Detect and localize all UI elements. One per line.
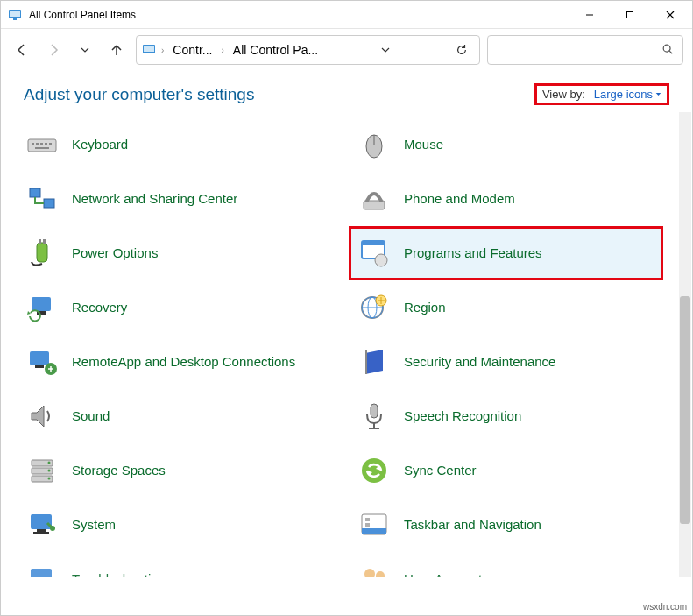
storage-icon (25, 453, 60, 488)
svg-rect-53 (37, 529, 46, 532)
item-programs[interactable]: Programs and Features (349, 226, 663, 280)
item-label: Region (404, 300, 446, 315)
item-security[interactable]: Security and Maintenance (349, 335, 663, 389)
item-label: Sync Center (404, 463, 477, 478)
svg-rect-15 (45, 143, 47, 145)
page-title: Adjust your computer's settings (24, 85, 534, 104)
keyboard-icon (25, 127, 60, 162)
item-keyboard[interactable]: Keyboard (17, 117, 331, 172)
items-grid: Keyboard Mouse Network and Sharing Cente… (1, 112, 679, 577)
svg-point-9 (663, 45, 670, 52)
item-phone[interactable]: Phone and Modem (349, 172, 663, 226)
close-button[interactable] (650, 2, 690, 28)
item-label: Recovery (72, 300, 127, 315)
refresh-button[interactable] (449, 38, 474, 62)
up-button[interactable] (104, 38, 129, 62)
search-icon (661, 43, 674, 58)
address-dropdown[interactable] (373, 38, 398, 62)
maximize-button[interactable] (610, 2, 650, 28)
titlebar: All Control Panel Items (1, 1, 692, 29)
svg-rect-4 (627, 11, 633, 18)
item-network[interactable]: Network and Sharing Center (17, 172, 331, 226)
breadcrumb-segment[interactable]: All Control Pa... (230, 41, 322, 59)
item-useraccounts[interactable]: User Accounts (349, 552, 663, 577)
item-label: Power Options (72, 245, 158, 261)
item-label: Programs and Features (404, 245, 542, 261)
taskbar-icon (357, 507, 392, 542)
item-label: Keyboard (72, 137, 128, 152)
item-storage[interactable]: Storage Spaces (17, 443, 331, 498)
svg-rect-16 (49, 143, 52, 145)
svg-rect-20 (30, 188, 40, 197)
mouse-icon (357, 127, 392, 162)
svg-point-28 (375, 254, 387, 266)
item-label: Sound (72, 408, 110, 424)
item-system[interactable]: System (17, 498, 331, 552)
speech-icon (357, 399, 392, 434)
item-mouse[interactable]: Mouse (349, 117, 663, 172)
troubleshoot-icon (25, 562, 60, 577)
svg-rect-13 (36, 143, 39, 145)
sound-icon (25, 399, 60, 434)
item-speech[interactable]: Speech Recognition (349, 389, 663, 443)
svg-point-50 (48, 478, 51, 480)
header: Adjust your computer's settings View by:… (1, 71, 692, 112)
minimize-button[interactable] (569, 2, 610, 28)
item-troubleshooting[interactable]: Troubleshooting (17, 552, 331, 577)
item-label: System (72, 517, 116, 533)
forward-button[interactable] (41, 38, 66, 62)
item-label: Troubleshooting (72, 571, 166, 577)
nav-row: › Contr... › All Control Pa... (1, 29, 692, 71)
content-area: Keyboard Mouse Network and Sharing Cente… (1, 112, 692, 577)
svg-rect-57 (362, 528, 386, 534)
svg-point-51 (362, 458, 386, 483)
item-label: Security and Maintenance (404, 354, 555, 370)
view-by-control[interactable]: View by: Large icons (534, 83, 669, 105)
network-icon (25, 181, 60, 216)
watermark: wsxdn.com (643, 602, 687, 612)
item-label: Mouse (404, 137, 443, 152)
svg-rect-29 (32, 297, 51, 311)
recovery-icon (25, 290, 60, 325)
svg-point-48 (48, 462, 51, 464)
address-bar[interactable]: › Contr... › All Control Pa... (136, 35, 480, 65)
scrollbar-thumb[interactable] (680, 296, 690, 524)
power-icon (25, 236, 60, 271)
svg-rect-39 (35, 365, 44, 368)
svg-rect-52 (31, 514, 52, 529)
svg-rect-23 (37, 243, 47, 262)
svg-rect-24 (39, 239, 41, 244)
item-label: Phone and Modem (404, 191, 515, 207)
svg-rect-2 (13, 18, 17, 20)
item-recovery[interactable]: Recovery (17, 280, 331, 335)
item-region[interactable]: Region (349, 280, 663, 335)
region-icon (357, 290, 392, 325)
search-input[interactable] (487, 35, 683, 65)
phone-modem-icon (357, 181, 392, 216)
svg-rect-17 (35, 147, 49, 149)
item-label: Taskbar and Navigation (404, 517, 541, 533)
svg-rect-41 (365, 350, 367, 374)
item-sound[interactable]: Sound (17, 389, 331, 443)
item-label: User Accounts (404, 571, 489, 577)
security-icon (357, 344, 392, 379)
vertical-scrollbar[interactable] (679, 112, 691, 577)
window-title: All Control Panel Items (29, 9, 136, 21)
view-by-value[interactable]: Large icons (594, 88, 661, 101)
chevron-right-icon: › (221, 46, 223, 55)
svg-point-49 (48, 470, 51, 472)
item-taskbar[interactable]: Taskbar and Navigation (349, 498, 663, 552)
chevron-right-icon: › (161, 46, 164, 55)
item-sync[interactable]: Sync Center (349, 443, 663, 498)
item-remoteapp[interactable]: RemoteApp and Desktop Connections (17, 335, 331, 389)
breadcrumb-segment[interactable]: Contr... (169, 41, 216, 59)
svg-rect-42 (371, 404, 378, 418)
item-label: Speech Recognition (404, 408, 521, 424)
svg-line-10 (669, 51, 672, 53)
view-by-label: View by: (542, 88, 585, 101)
remoteapp-icon (25, 344, 60, 379)
back-button[interactable] (10, 38, 34, 62)
recent-dropdown[interactable] (73, 38, 97, 62)
item-label: RemoteApp and Desktop Connections (72, 354, 295, 370)
item-power[interactable]: Power Options (17, 226, 331, 280)
